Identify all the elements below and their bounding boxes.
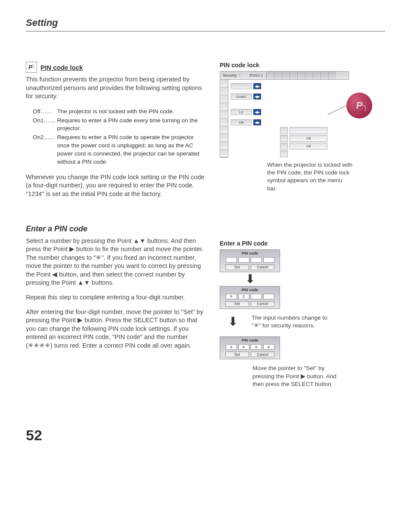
pin-cell: ✳ (263, 344, 274, 350)
enter-pin-para1: Select a number by pressing the Point ▲▼… (26, 237, 207, 287)
enter-pin-heading: Enter a PIN code (26, 224, 207, 233)
popup-value: Off (290, 135, 327, 142)
popup-icon (280, 143, 288, 149)
osd-row-label: Off (231, 119, 252, 125)
popup-value (290, 127, 327, 134)
menubar-icon (282, 72, 290, 79)
pin-cell (263, 294, 274, 299)
pin-intro-text: This function prevents the projector fro… (26, 75, 207, 101)
pin-cell: ✳ (238, 344, 249, 350)
menubar-security-label: Security (220, 73, 240, 78)
svg-point-1 (33, 68, 34, 68)
osd-caption: When the projector is locked with the PI… (267, 161, 353, 193)
popup-icon (280, 150, 288, 157)
pin-cell (238, 257, 249, 263)
sidebar-icon (220, 142, 228, 149)
menubar-mode-label: SVGA 1 (247, 73, 266, 78)
menubar-icon (297, 72, 305, 79)
sidebar-icon (220, 87, 228, 95)
osd-row-label: L1 (231, 109, 252, 115)
option-off-key: Off…… (33, 108, 52, 115)
osd-popup: Off Off (280, 127, 327, 158)
option-on2-key: On2…… (33, 134, 56, 140)
option-on2-val: Requires to enter a PIN code to operate … (57, 134, 199, 165)
lr-arrows-icon: ◀▶ (253, 109, 261, 115)
pin-dialog-title: PIN code (220, 250, 280, 257)
svg-point-2 (365, 109, 366, 111)
sidebar-icon (220, 118, 228, 126)
sidebar-icon (220, 126, 228, 134)
option-on1-key: On1…… (33, 117, 56, 124)
option-off-val: The projector is not locked with the PIN… (57, 108, 174, 115)
lr-arrows-icon: ◀▶ (253, 119, 261, 125)
option-on1-val: Requires to enter a PIN code every time … (57, 117, 198, 132)
pin-cancel-button: Cancel (251, 301, 274, 307)
pin-cell: 2 (238, 294, 249, 299)
down-arrow-icon: ⬇ (220, 273, 280, 285)
pin-set-button: Set (225, 264, 249, 270)
pin-dialog-2: PIN code ✳ 2 Set Cancel (220, 286, 280, 309)
sidebar-icon (220, 80, 228, 87)
menubar-icon (305, 72, 313, 79)
pin-set-button: Set (225, 301, 249, 307)
osd-menubar: Security SVGA 1 (220, 71, 349, 80)
down-arrow-icon: ⬇ (220, 316, 246, 328)
osd-row-label (231, 83, 252, 89)
pin-dialog-1: PIN code Set Cancel (220, 249, 280, 272)
pin-lock-icon: P (26, 62, 37, 73)
pin-cell (263, 257, 274, 263)
svg-text:P: P (28, 64, 33, 71)
osd-menu-screenshot: Security SVGA 1 (220, 71, 349, 158)
right-enter-pin-title: Enter a PIN code (220, 240, 385, 247)
pin-set-button: Set (225, 352, 249, 357)
popup-value: Off (290, 143, 327, 149)
osd-panel: ◀▶ Code1◀▶ L1◀▶ Off◀▶ Off Off (228, 80, 349, 158)
sidebar-icon (220, 111, 228, 118)
pin-fig-caption-2: The input numbers change to "✳" for secu… (252, 314, 338, 330)
pin-para2: Whenever you change the PIN code lock se… (26, 173, 207, 199)
enter-pin-para2: Repeat this step to complete entering a … (26, 293, 207, 302)
osd-sidebar (220, 80, 228, 158)
menubar-icon (274, 72, 282, 79)
pin-dialog-title: PIN code (220, 337, 280, 344)
pin-cell (226, 257, 237, 263)
menubar-icon (266, 72, 274, 79)
pin-cancel-button: Cancel (251, 264, 274, 270)
popup-icon (280, 127, 288, 134)
pin-cell: ✳ (226, 344, 237, 350)
lr-arrows-icon: ◀▶ (253, 93, 261, 100)
pin-cancel-button: Cancel (251, 352, 274, 357)
lr-arrows-icon: ◀▶ (253, 83, 261, 89)
pin-dialog-3: PIN code ✳ ✳ ✳ ✳ Set Cancel (220, 336, 280, 359)
pin-cell (251, 294, 262, 299)
enter-pin-para3: After entering the four-digit number, mo… (26, 308, 207, 350)
osd-row-label: Code1 (231, 93, 252, 100)
menubar-icon (321, 72, 328, 79)
pin-fig-caption-3: Move the pointer to "Set" by pressing th… (252, 364, 347, 388)
header-rule (26, 31, 385, 31)
sidebar-icon (220, 103, 228, 111)
popup-icon (280, 135, 288, 142)
pin-dialog-title: PIN code (220, 286, 280, 294)
pin-lock-badge: P (346, 93, 372, 118)
menubar-icon (290, 72, 297, 79)
pin-cell: ✳ (251, 344, 262, 350)
sidebar-icon (220, 149, 228, 157)
pin-cell: ✳ (226, 294, 237, 299)
page-title: Setting (26, 17, 385, 28)
menubar-icon (328, 72, 336, 79)
pin-code-lock-heading: PIN code lock (40, 64, 83, 71)
page-number: 52 (26, 427, 385, 444)
pin-cell (251, 257, 262, 263)
right-pin-lock-title: PIN code lock (220, 62, 385, 68)
sidebar-icon (220, 134, 228, 142)
pin-options-list: Off…… The projector is not locked with t… (32, 107, 207, 167)
sidebar-icon (220, 95, 228, 103)
menubar-icon (313, 72, 321, 79)
